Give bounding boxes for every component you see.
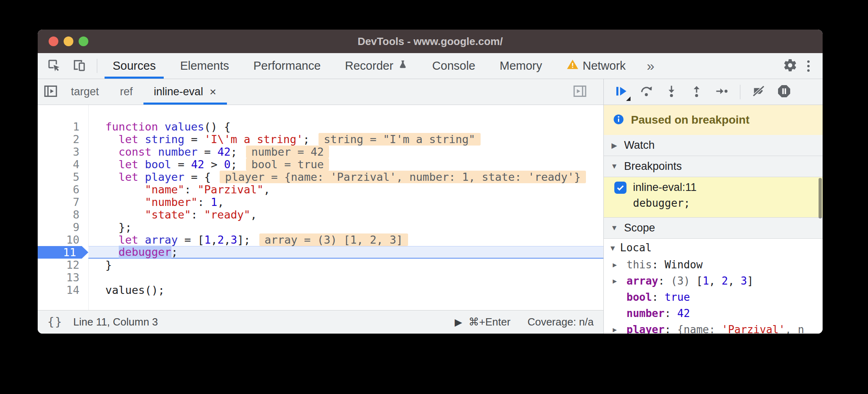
step-button[interactable] <box>715 84 729 99</box>
scrollbar-thumb[interactable] <box>819 178 822 218</box>
line-number[interactable]: 5 <box>38 171 88 183</box>
window-title: DevTools - www.google.com/ <box>38 35 823 48</box>
expand-arrow-icon[interactable]: ▶ <box>613 325 626 334</box>
editor-status-bar: {} Line 11, Column 3 ▶ ⌘+Enter Coverage:… <box>38 310 603 334</box>
step-into-button[interactable] <box>665 84 678 99</box>
toggle-debugger-sidebar-button[interactable] <box>570 81 590 102</box>
line-number[interactable]: 4 <box>38 158 88 171</box>
execution-line-badge[interactable]: 11 <box>38 246 88 259</box>
expand-arrow-icon[interactable]: ▶ <box>613 277 626 285</box>
code-line-13[interactable]: 13 <box>38 271 603 284</box>
step-out-icon <box>690 84 703 99</box>
inspect-element-button[interactable] <box>45 56 63 75</box>
line-number[interactable]: 3 <box>38 146 88 158</box>
toolbar-divider <box>97 59 97 73</box>
scope-var-array[interactable]: ▶array: (3) [1, 2, 3] <box>604 273 823 289</box>
scope-var-number[interactable]: number: 42 <box>604 305 823 321</box>
tab-network[interactable]: Network <box>554 53 638 79</box>
code-line-5[interactable]: 5 let player = {player = {name: 'Parziva… <box>38 171 603 183</box>
line-number[interactable]: 12 <box>38 259 88 271</box>
tab-memory[interactable]: Memory <box>487 53 554 79</box>
code-text: function values() { <box>88 120 603 133</box>
line-number[interactable]: 8 <box>38 208 88 221</box>
line-number[interactable]: 6 <box>38 183 88 196</box>
scope-var-player[interactable]: ▶player: {name: 'Parzival', n <box>604 321 823 334</box>
code-line-7[interactable]: 7 "number": 1, <box>38 196 603 208</box>
var-name: this <box>626 259 652 271</box>
breakpoint-location: inline-eval:11 <box>633 181 697 194</box>
run-shortcut: ⌘+Enter <box>468 316 510 328</box>
more-options-button[interactable] <box>802 58 815 74</box>
step-out-button[interactable] <box>690 84 703 99</box>
chevron-down-icon: ▼ <box>610 224 618 232</box>
code-line-10[interactable]: 10 let array = [1,2,3];array = (3) [1, 2… <box>38 233 603 246</box>
code-line-3[interactable]: 3 const number = 42;number = 42 <box>38 146 603 158</box>
code-text: } <box>88 259 603 271</box>
line-number[interactable]: 9 <box>38 221 88 233</box>
code-line-14[interactable]: 14values(); <box>38 284 603 296</box>
more-tabs-button[interactable]: » <box>638 53 663 79</box>
code-line-6[interactable]: 6 "name": "Parzival", <box>38 183 603 196</box>
kebab-menu-icon <box>807 60 810 63</box>
close-tab-icon[interactable]: × <box>210 86 216 98</box>
dropdown-corner-icon <box>626 96 631 101</box>
device-toolbar-icon <box>72 58 86 74</box>
tab-performance[interactable]: Performance <box>241 53 333 79</box>
warning-icon <box>567 58 579 73</box>
code-line-12[interactable]: 12} <box>38 259 603 271</box>
section-scope[interactable]: ▼ Scope <box>604 218 823 239</box>
line-number[interactable]: 2 <box>38 133 88 146</box>
inline-eval-value: number = 42 <box>246 146 329 158</box>
breakpoint-entry[interactable]: inline-eval:11 debugger; <box>604 177 823 218</box>
code-line-9[interactable]: 9 }; <box>38 221 603 233</box>
sources-pane: target ref inline-eval × 1function value… <box>38 79 604 334</box>
scope-var-list: ▶this: Window▶array: (3) [1, 2, 3]bool: … <box>604 257 823 334</box>
var-name: number <box>626 307 665 319</box>
deactivate-breakpoints-button[interactable] <box>752 84 765 99</box>
line-number[interactable]: 13 <box>38 271 88 284</box>
code-line-11[interactable]: 11 debugger; <box>38 246 603 259</box>
panel-left-icon <box>43 83 59 101</box>
step-over-button[interactable] <box>639 84 653 99</box>
debugger-controls <box>604 79 823 105</box>
chevron-down-icon: ▼ <box>610 162 618 171</box>
tab-sources[interactable]: Sources <box>100 53 168 79</box>
file-tab-target[interactable]: target <box>60 79 109 105</box>
scope-group-local[interactable]: ▼ Local <box>604 239 823 257</box>
tab-console[interactable]: Console <box>420 53 487 79</box>
code-text: "number": 1, <box>88 196 603 208</box>
file-tab-inline-eval[interactable]: inline-eval × <box>143 79 227 105</box>
code-line-8[interactable]: 8 "state": "ready", <box>38 208 603 221</box>
settings-button[interactable] <box>781 56 799 75</box>
tab-recorder[interactable]: Recorder <box>333 53 420 79</box>
section-watch[interactable]: ▶ Watch <box>604 135 823 156</box>
scope-var-bool[interactable]: bool: true <box>604 289 823 305</box>
pause-on-exceptions-button[interactable] <box>777 84 791 100</box>
code-text: "state": "ready", <box>88 208 603 221</box>
run-snippet-icon: ▶ <box>455 317 462 328</box>
pretty-print-icon[interactable]: {} <box>47 315 63 329</box>
resume-button[interactable] <box>614 84 628 99</box>
line-number[interactable]: 14 <box>38 284 88 296</box>
code-line-2[interactable]: 2 let string = 'I\'m a string';string = … <box>38 133 603 146</box>
line-number[interactable]: 10 <box>38 233 88 246</box>
device-toolbar-button[interactable] <box>70 56 88 75</box>
main-toolbar: Sources Elements Performance Recorder Co… <box>38 53 823 79</box>
line-number[interactable]: 1 <box>38 120 88 133</box>
code-line-4[interactable]: 4 let bool = 42 > 0;bool = true <box>38 158 603 171</box>
section-breakpoints[interactable]: ▼ Breakpoints <box>604 156 823 177</box>
chevron-double-right-icon: » <box>647 58 654 74</box>
line-number[interactable]: 7 <box>38 196 88 208</box>
inline-eval-value: bool = true <box>246 158 329 171</box>
code-editor[interactable]: 1function values() {2 let string = 'I\'m… <box>38 105 603 310</box>
tab-elements[interactable]: Elements <box>168 53 241 79</box>
var-value: {name: 'Parzival', n <box>677 323 804 334</box>
toggle-navigator-button[interactable] <box>41 79 60 105</box>
code-line-1[interactable]: 1function values() { <box>38 120 603 133</box>
controls-divider <box>740 85 740 99</box>
scope-var-this[interactable]: ▶this: Window <box>604 257 823 273</box>
expand-arrow-icon[interactable]: ▶ <box>613 261 626 269</box>
file-tab-ref[interactable]: ref <box>109 79 143 105</box>
breakpoint-checkbox[interactable] <box>614 182 626 194</box>
breakpoint-snippet: debugger; <box>633 197 823 209</box>
